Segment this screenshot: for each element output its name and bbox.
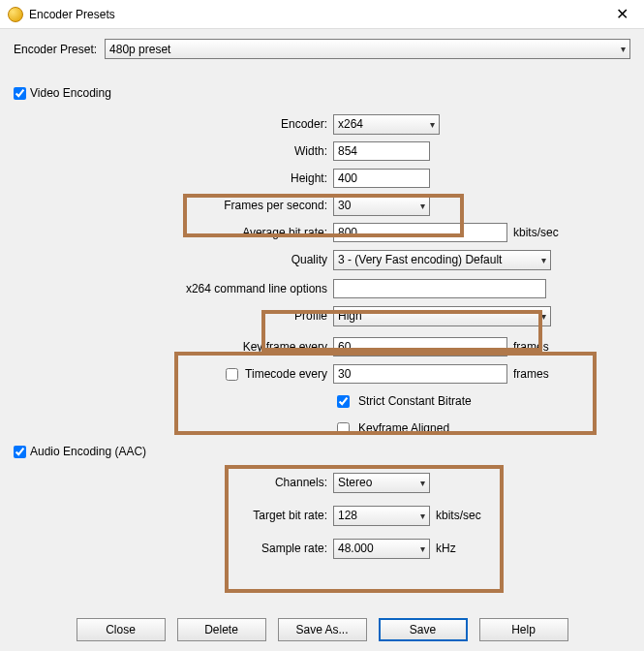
timecode-label: Timecode every	[245, 367, 327, 381]
chevron-down-icon: ▾	[420, 543, 425, 554]
quality-select[interactable]: 3 - (Very Fast encoding) Default ▾	[333, 250, 551, 270]
channels-select[interactable]: Stereo ▾	[333, 473, 430, 493]
video-encoding-checkbox[interactable]	[14, 87, 26, 100]
quality-value: 3 - (Very Fast encoding) Default	[338, 253, 502, 266]
delete-button[interactable]: Delete	[177, 618, 266, 641]
strict-cbr-checkbox[interactable]	[337, 395, 350, 408]
save-as-button[interactable]: Save As...	[278, 618, 367, 641]
keyframe-input[interactable]	[333, 337, 507, 356]
encoder-select[interactable]: x264 ▾	[333, 114, 440, 135]
timecode-unit: frames	[513, 367, 549, 381]
close-icon[interactable]: ✕	[608, 7, 636, 22]
keyframe-aligned-label: Keyframe Aligned	[358, 421, 449, 435]
keyframe-unit: frames	[513, 340, 549, 354]
channels-value: Stereo	[338, 476, 372, 489]
quality-label: Quality	[33, 253, 333, 266]
target-bitrate-label: Target bit rate:	[33, 509, 333, 522]
sample-rate-value: 48.000	[338, 542, 374, 555]
close-button[interactable]: Close	[77, 618, 166, 641]
target-bitrate-unit: kbits/sec	[436, 509, 481, 522]
encoder-preset-value: 480p preset	[109, 43, 170, 56]
keyframe-aligned-checkbox[interactable]	[337, 422, 350, 435]
height-input[interactable]	[333, 169, 430, 188]
chevron-down-icon: ▾	[420, 201, 425, 211]
encoder-preset-select[interactable]: 480p preset ▾	[105, 39, 630, 59]
chevron-down-icon: ▾	[430, 119, 435, 130]
avg-bitrate-label: Average bit rate:	[33, 226, 333, 239]
channels-label: Channels:	[33, 476, 333, 489]
chevron-down-icon: ▾	[420, 478, 425, 488]
strict-cbr-label: Strict Constant Bitrate	[358, 394, 472, 408]
save-button[interactable]: Save	[379, 618, 468, 641]
audio-encoding-label: Audio Encoding (AAC)	[30, 445, 146, 458]
app-icon	[8, 7, 23, 22]
fps-select[interactable]: 30 ▾	[333, 196, 430, 216]
titlebar: Encoder Presets ✕	[0, 0, 644, 29]
target-bitrate-value: 128	[338, 509, 357, 522]
sample-rate-unit: kHz	[436, 542, 456, 555]
window-title: Encoder Presets	[29, 8, 608, 21]
video-encoding-label: Video Encoding	[30, 86, 111, 100]
sample-rate-select[interactable]: 48.000 ▾	[333, 539, 430, 559]
width-input[interactable]	[333, 141, 430, 161]
profile-value: High	[338, 309, 362, 323]
profile-select[interactable]: High ▾	[333, 306, 551, 326]
chevron-down-icon: ▾	[541, 255, 546, 265]
encoder-preset-label: Encoder Preset:	[14, 43, 97, 56]
fps-label: Frames per second:	[33, 199, 333, 212]
keyframe-label: Key frame every	[33, 340, 333, 354]
encoder-value: x264	[338, 117, 363, 131]
width-label: Width:	[33, 144, 333, 158]
avg-bitrate-input[interactable]	[333, 223, 507, 242]
sample-rate-label: Sample rate:	[33, 542, 333, 555]
encoder-label: Encoder:	[33, 117, 333, 131]
timecode-checkbox[interactable]	[226, 368, 238, 381]
help-button[interactable]: Help	[479, 618, 568, 641]
height-label: Height:	[33, 171, 333, 185]
chevron-down-icon: ▾	[420, 511, 425, 521]
cmd-input[interactable]	[333, 279, 546, 298]
avg-bitrate-unit: kbits/sec	[513, 226, 559, 239]
target-bitrate-select[interactable]: 128 ▾	[333, 506, 430, 526]
timecode-input[interactable]	[333, 364, 507, 384]
profile-label: Profile	[33, 309, 333, 323]
fps-value: 30	[338, 199, 351, 212]
audio-encoding-checkbox[interactable]	[14, 446, 26, 458]
chevron-down-icon: ▾	[621, 44, 626, 54]
chevron-down-icon: ▾	[541, 311, 546, 322]
cmd-label: x264 command line options	[33, 282, 333, 295]
